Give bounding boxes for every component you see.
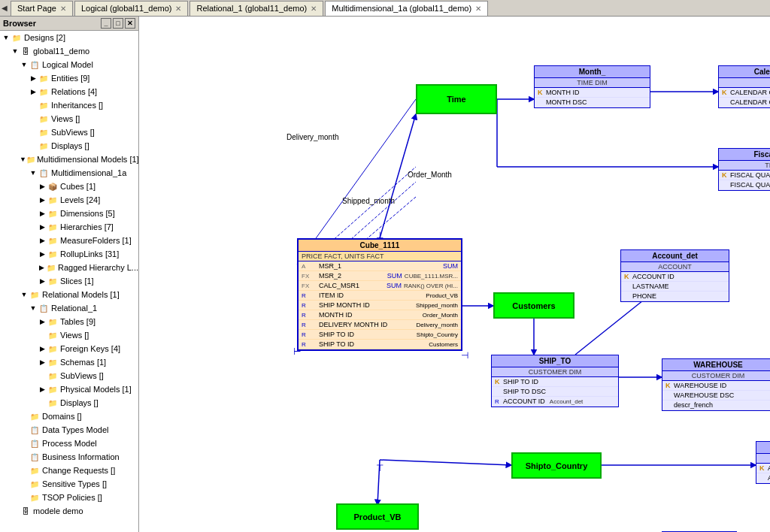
tree-toggle-sensitivetypes[interactable]	[20, 479, 29, 488]
tab-relational[interactable]: Relational_1 (global11_demo) ✕	[189, 1, 323, 16]
sidebar-item-physmodels[interactable]: ▶📁Physical Models [1]	[0, 382, 138, 396]
tree-toggle-rolluplinks[interactable]: ▶	[38, 249, 47, 258]
sidebar-item-inheritances[interactable]: 📁Inheritances []	[0, 98, 138, 112]
tree-toggle-relational_1[interactable]: ▼	[29, 304, 38, 313]
sidebar-item-modeledemo[interactable]: 🗄modele demo	[0, 504, 138, 518]
sidebar-item-measurefolders[interactable]: ▶📁MeasureFolders [1]	[0, 234, 138, 247]
sidebar-item-displays2[interactable]: 📁Displays []	[0, 396, 138, 410]
green-box-product-vb[interactable]: Product_VB	[336, 503, 419, 530]
tree-toggle-measurefolders[interactable]: ▶	[38, 236, 47, 245]
tab-multidim[interactable]: Multidimensional_1a (global11_demo) ✕	[325, 1, 488, 16]
sidebar-item-dimensions[interactable]: ▶📁Dimensions [5]	[0, 207, 138, 220]
tree-toggle-views2[interactable]	[38, 331, 47, 340]
tree-toggle-tables[interactable]: ▶	[38, 317, 47, 326]
sidebar-item-domains[interactable]: 📁Domains []	[0, 410, 138, 423]
canvas-area[interactable]: ⊢ ⊣ ⊤ ⊥ Delivery_month Order_Month Shipp…	[139, 17, 770, 532]
tree-toggle-views[interactable]	[29, 114, 38, 123]
green-box-shipto-country[interactable]: Shipto_Country	[511, 452, 602, 479]
tree-toggle-changerequests[interactable]	[20, 466, 29, 475]
entity-month-header: Month_	[535, 66, 650, 78]
tree-toggle-multidim_1a[interactable]: ▼	[29, 168, 38, 177]
entity-month[interactable]: Month_ TIME DIM KMONTH ID MONTH DSC	[534, 65, 650, 108]
tree-label-modeledemo: modele demo	[33, 506, 83, 515]
tree-toggle-tsodpolicies[interactable]	[20, 493, 29, 502]
entity-fiscal-quarter[interactable]: Fiscal_Quarter TIME DIM KFISCAL QUARTER …	[718, 148, 770, 191]
tab-logical[interactable]: Logical (global11_demo) ✕	[74, 1, 188, 16]
sidebar-item-foreignkeys[interactable]: ▶📁Foreign Keys [4]	[0, 342, 138, 355]
sidebar-item-levels[interactable]: ▶📁Levels [24]	[0, 193, 138, 207]
tree-toggle-levels[interactable]: ▶	[38, 195, 47, 204]
entity-ship-to[interactable]: SHIP_TO CUSTOMER DIM KSHIP TO ID SHIP TO…	[491, 355, 619, 407]
tree-toggle-hierarchies[interactable]: ▶	[38, 222, 47, 231]
sidebar-item-tables[interactable]: ▶📁Tables [9]	[0, 315, 138, 328]
sidebar-item-relational_1[interactable]: ▼📋Relational_1	[0, 301, 138, 315]
tree-icon-views: 📁	[38, 113, 50, 125]
tree-toggle-global11[interactable]: ▼	[11, 47, 20, 56]
sidebar-item-multidim_models[interactable]: ▼📁Multidimensional Models [1]	[0, 153, 138, 166]
sidebar-item-entities[interactable]: ▶📁Entities [9]	[0, 71, 138, 85]
sidebar-item-designs[interactable]: ▼📁Designs [2]	[0, 31, 138, 44]
sidebar-item-hierarchies[interactable]: ▶📁Hierarchies [7]	[0, 220, 138, 234]
tree-toggle-physmodels[interactable]: ▶	[38, 385, 47, 394]
tree-toggle-businessinfo[interactable]	[20, 452, 29, 461]
sidebar-item-subviews2[interactable]: 📁SubViews []	[0, 369, 138, 382]
sidebar-item-multidim_1a[interactable]: ▼📋Multidimensional_1a	[0, 166, 138, 180]
tree-toggle-displays2[interactable]	[38, 398, 47, 407]
tree-toggle-domains[interactable]	[20, 412, 29, 421]
tree-toggle-modeledemo[interactable]	[11, 506, 20, 515]
tree-toggle-multidim_models[interactable]: ▼	[20, 155, 26, 164]
tree-toggle-raggedhier[interactable]: ▶	[38, 263, 46, 272]
sidebar-item-slices[interactable]: ▶📁Slices [1]	[0, 274, 138, 288]
sidebar-close-btn[interactable]: ✕	[125, 18, 135, 29]
entity-account-det[interactable]: Account_det ACCOUNT KACCOUNT ID LASTNAME…	[620, 249, 729, 302]
sidebar-item-raggedhier[interactable]: ▶📁Ragged Hierarchy L...	[0, 261, 138, 274]
sidebar-item-tsodpolicies[interactable]: 📁TSOP Policies []	[0, 491, 138, 504]
sidebar-item-rolluplinks[interactable]: ▶📁RollupLinks [31]	[0, 247, 138, 261]
tab-multidim-close[interactable]: ✕	[475, 5, 481, 13]
tree-toggle-designs[interactable]: ▼	[2, 33, 11, 42]
entity-account[interactable]: Account CUSTOMER DIM KACCOUNT ID ACCOUNT…	[756, 441, 770, 484]
sidebar-item-displays[interactable]: 📁Displays []	[0, 139, 138, 153]
sidebar-item-subviews[interactable]: 📁SubViews []	[0, 125, 138, 139]
tree-toggle-datatypes[interactable]	[20, 425, 29, 434]
tree-toggle-subviews2[interactable]	[38, 371, 47, 380]
tree-toggle-inheritances[interactable]	[29, 101, 38, 110]
tab-logical-close[interactable]: ✕	[175, 5, 181, 13]
green-box-customers[interactable]: Customers	[493, 292, 574, 319]
tree-toggle-displays[interactable]	[29, 141, 38, 150]
entity-warehouse[interactable]: WAREHOUSE CUSTOMER DIM KWAREHOUSE ID WAR…	[662, 358, 770, 411]
tree-toggle-processmodel[interactable]	[20, 439, 29, 448]
tree-toggle-logical_model[interactable]: ▼	[20, 60, 29, 69]
sidebar-item-relations[interactable]: ▶📁Relations [4]	[0, 85, 138, 98]
tree-toggle-dimensions[interactable]: ▶	[38, 209, 47, 218]
sidebar-item-logical_model[interactable]: ▼📋Logical Model	[0, 58, 138, 71]
tree-toggle-slices[interactable]: ▶	[38, 277, 47, 286]
tree-toggle-subviews[interactable]	[29, 128, 38, 137]
sidebar-item-processmodel[interactable]: 📋Process Model	[0, 437, 138, 450]
sidebar-item-businessinfo[interactable]: 📋Business Information	[0, 450, 138, 464]
green-box-time[interactable]: Time	[416, 84, 497, 114]
sidebar-item-schemas[interactable]: ▶📁Schemas [1]	[0, 355, 138, 369]
sidebar-item-views[interactable]: 📁Views []	[0, 112, 138, 125]
sidebar-item-relational_models[interactable]: ▼📁Relational Models [1]	[0, 288, 138, 301]
sidebar-item-changerequests[interactable]: 📁Change Requests []	[0, 464, 138, 477]
sidebar-item-cubes[interactable]: ▶📦Cubes [1]	[0, 180, 138, 193]
tree-toggle-foreignkeys[interactable]: ▶	[38, 344, 47, 353]
sidebar-item-views2[interactable]: 📁Views []	[0, 328, 138, 342]
tab-relational-close[interactable]: ✕	[311, 5, 317, 13]
tree-toggle-schemas[interactable]: ▶	[38, 358, 47, 367]
entity-calendar-quarter[interactable]: Calendar_Quarter TIME DIM KCALENDAR QUAR…	[718, 65, 770, 108]
tab-start-close[interactable]: ✕	[60, 5, 66, 13]
tree-toggle-cubes[interactable]: ▶	[38, 182, 47, 191]
cube-box[interactable]: Cube_1111 PRICE FACT, UNITS FACT A MSR_1…	[297, 238, 462, 351]
tree-toggle-relations[interactable]: ▶	[29, 87, 38, 96]
tree-toggle-relational_models[interactable]: ▼	[20, 290, 29, 299]
sidebar-item-datatypes[interactable]: 📋Data Types Model	[0, 423, 138, 437]
sidebar-maximize-btn[interactable]: □	[113, 18, 123, 29]
tree-toggle-entities[interactable]: ▶	[29, 74, 38, 83]
sidebar-item-global11[interactable]: ▼🗄global11_demo	[0, 44, 138, 58]
sidebar-minimize-btn[interactable]: _	[101, 18, 111, 29]
tree-label-raggedhier: Ragged Hierarchy L...	[58, 263, 138, 272]
tab-start[interactable]: Start Page ✕	[11, 1, 73, 16]
sidebar-item-sensitivetypes[interactable]: 📁Sensitive Types []	[0, 477, 138, 491]
